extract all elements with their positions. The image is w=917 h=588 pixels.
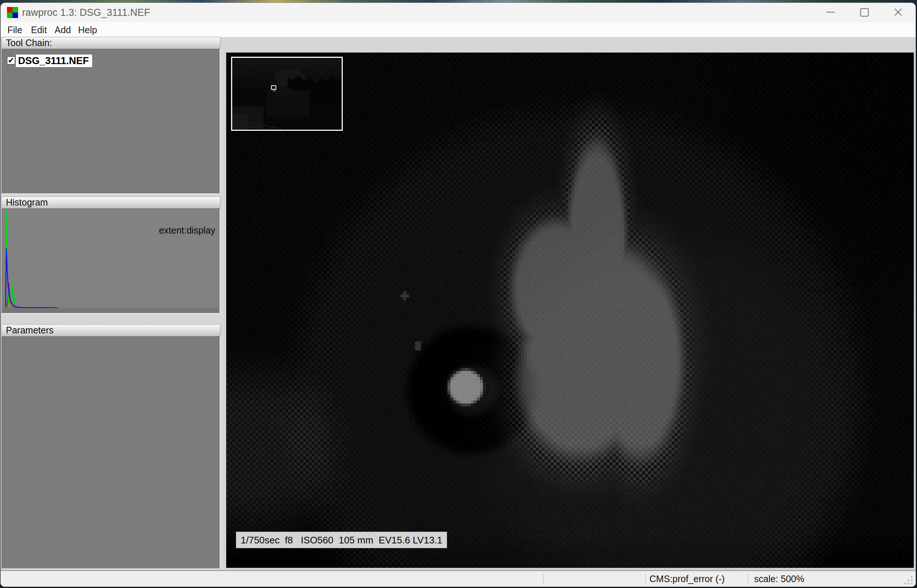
menu-add[interactable]: Add — [54, 22, 71, 37]
histogram-bottom-band — [3, 308, 219, 312]
close-button[interactable] — [886, 3, 910, 21]
parameters-panel — [2, 336, 220, 569]
app-icon-red-quad — [7, 7, 13, 13]
app-icon-green-quad2 — [7, 13, 13, 18]
statusbar-divider — [543, 573, 543, 584]
maximize-button[interactable] — [852, 3, 876, 21]
close-icon — [894, 8, 902, 16]
parameters-header: Parameters — [2, 324, 220, 336]
title-bar[interactable]: rawproc 1.3: DSG_3111.NEF — [1, 3, 915, 22]
status-bar: CMS:prof_error (-) scale: 500% — [1, 571, 915, 586]
app-icon — [7, 7, 18, 18]
menu-help[interactable]: Help — [78, 22, 98, 37]
histogram-curve-green — [5, 212, 20, 309]
minimize-icon — [826, 12, 835, 13]
statusbar-cms-field: CMS:prof_error (-) — [649, 571, 725, 586]
app-window: rawproc 1.3: DSG_3111.NEF File Edit Add … — [1, 3, 915, 586]
image-viewport[interactable]: 1/750sec f8 ISO560 105 mm EV15.6 LV13.1 — [226, 52, 914, 568]
toolchain-item-label[interactable]: DSG_3111.NEF — [16, 55, 92, 67]
exif-overlay: 1/750sec f8 ISO560 105 mm EV15.6 LV13.1 — [236, 531, 447, 548]
menu-bar: File Edit Add Help — [1, 22, 915, 37]
app-icon-blue-quad — [13, 13, 18, 18]
histogram-header: Histogram — [2, 196, 220, 208]
menu-file[interactable]: File — [6, 22, 23, 37]
toolchain-item-checkbox[interactable] — [7, 57, 15, 65]
maximize-icon — [860, 8, 869, 16]
menu-edit[interactable]: Edit — [30, 22, 47, 37]
nav-thumbnail[interactable] — [231, 57, 343, 131]
nav-thumbnail-canvas[interactable] — [232, 58, 342, 130]
resize-grip[interactable] — [903, 575, 912, 584]
toolchain-list: DSG_3111.NEF — [2, 49, 220, 194]
window-title: rawproc 1.3: DSG_3111.NEF — [22, 3, 150, 22]
histogram-curve-blue — [5, 249, 58, 309]
statusbar-scale-field: scale: 500% — [754, 571, 804, 586]
minimize-button[interactable] — [818, 3, 842, 21]
histogram-extent-label: extent:display — [159, 225, 215, 236]
toolchain-header: Tool Chain: — [2, 37, 220, 49]
toolchain-item[interactable]: DSG_3111.NEF — [2, 49, 220, 71]
statusbar-divider — [645, 573, 646, 584]
statusbar-divider — [748, 573, 749, 584]
app-icon-green-quad — [13, 7, 18, 13]
histogram-panel: extent:display — [2, 208, 220, 314]
